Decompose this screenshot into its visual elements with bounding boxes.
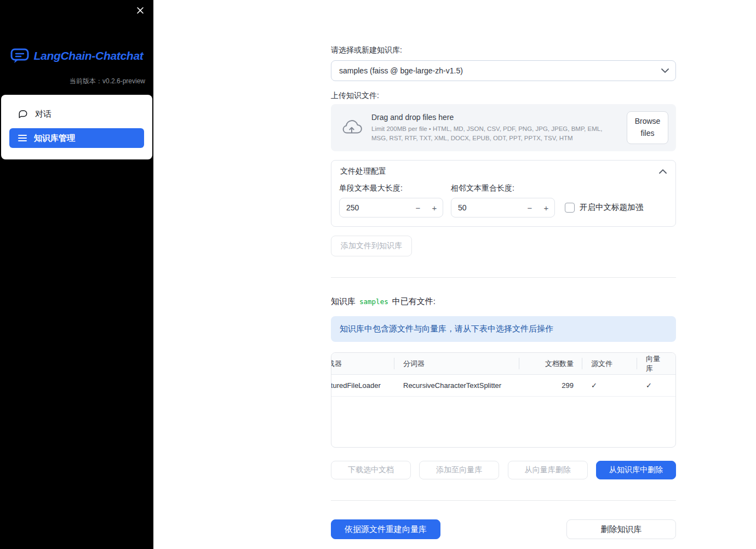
table-action-buttons: 下载选中文档 添加至向量库 从向量库删除 从知识库中删除: [331, 461, 676, 479]
file-config-expander: 文件处理配置 单段文本最大长度: 250 − + 相邻文本重合长度: 50: [331, 160, 676, 227]
heading-prefix: 知识库: [331, 296, 356, 307]
overlap-size-label: 相邻文本重合长度:: [451, 184, 555, 193]
chevron-up-icon: [659, 169, 667, 174]
kb-name-code: samples: [359, 298, 388, 306]
chunk-size-input[interactable]: 250 − +: [339, 198, 443, 218]
delete-from-vector-store-button: 从向量库删除: [508, 461, 588, 479]
chunk-increment-button[interactable]: +: [426, 198, 443, 217]
sidebar-item-knowledge-base[interactable]: 知识库管理: [9, 128, 144, 148]
list-bars-icon: [18, 134, 27, 142]
divider-bottom: [331, 500, 676, 501]
info-banner: 知识库中包含源文件与向量库，请从下表中选择文件后操作: [331, 316, 676, 342]
checkbox-unchecked-icon[interactable]: [565, 203, 575, 213]
chunk-size-group: 单段文本最大长度: 250 − +: [339, 184, 443, 218]
cell-doc-count: 299: [519, 375, 582, 396]
kb-selected-value: samples (faiss @ bge-large-zh-v1.5): [339, 66, 463, 75]
overlap-decrement-button[interactable]: −: [522, 198, 538, 217]
dropzone-limits: Limit 200MB per file • HTML, MD, JSON, C…: [371, 124, 618, 142]
cell-loader: UnstructuredFileLoader: [331, 375, 394, 396]
kb-selectbox[interactable]: samples (faiss @ bge-large-zh-v1.5): [331, 60, 676, 81]
dropzone-title: Drag and drop files here: [371, 113, 618, 122]
sidebar-item-dialogue[interactable]: 对话: [9, 104, 144, 124]
table-row[interactable]: UnstructuredFileLoader RecursiveCharacte…: [331, 375, 675, 397]
nav-item-label: 知识库管理: [34, 133, 75, 144]
overlap-size-group: 相邻文本重合长度: 50 − +: [451, 184, 555, 218]
expander-header[interactable]: 文件处理配置: [331, 161, 675, 182]
delete-from-kb-button[interactable]: 从知识库中删除: [596, 461, 676, 479]
info-banner-text: 知识库中包含源文件与向量库，请从下表中选择文件后操作: [340, 324, 553, 334]
files-table: 文档加载器 分词器 文档数量 源文件 向量库 UnstructuredFileL…: [331, 352, 676, 448]
heading-suffix: 中已有文件:: [392, 296, 436, 307]
logo-text: LangChain-Chatchat: [34, 49, 144, 62]
close-icon: [136, 7, 144, 14]
chunk-decrement-button[interactable]: −: [410, 198, 426, 217]
cell-source-check: ✓: [582, 375, 637, 396]
overlap-size-input[interactable]: 50 − +: [451, 198, 555, 218]
main-content: 请选择或新建知识库: samples (faiss @ bge-large-zh…: [331, 0, 676, 549]
chunk-size-label: 单段文本最大长度:: [339, 184, 443, 193]
rebuild-vector-store-button[interactable]: 依据源文件重建向量库: [331, 519, 440, 539]
dropzone-texts: Drag and drop files here Limit 200MB per…: [371, 113, 618, 142]
cloud-upload-icon: [341, 119, 363, 136]
add-files-to-kb-button: 添加文件到知识库: [331, 236, 412, 256]
chat-logo-icon: [10, 48, 29, 64]
browse-files-button[interactable]: Browse files: [627, 111, 668, 144]
app-logo: LangChain-Chatchat: [0, 48, 153, 64]
column-header-vector-store[interactable]: 向量库: [637, 353, 675, 374]
cell-vector-check: ✓: [637, 375, 675, 396]
zh-title-enhance-label: 开启中文标题加强: [580, 202, 643, 213]
table-header-row: 文档加载器 分词器 文档数量 源文件 向量库: [331, 353, 675, 375]
overlap-increment-button[interactable]: +: [538, 198, 554, 217]
chunk-size-value: 250: [340, 203, 410, 212]
column-header-source-file[interactable]: 源文件: [582, 353, 637, 374]
column-header-loader[interactable]: 文档加载器: [331, 353, 394, 374]
file-dropzone[interactable]: Drag and drop files here Limit 200MB per…: [331, 104, 676, 151]
chat-bubble-icon: [18, 109, 28, 119]
version-label: 当前版本：v0.2.6-preview: [0, 77, 153, 86]
zh-title-enhance-checkbox[interactable]: 开启中文标题加强: [565, 202, 643, 213]
overlap-size-value: 50: [451, 203, 522, 212]
chevron-down-icon: [661, 68, 669, 73]
download-selected-button: 下载选中文档: [331, 461, 411, 479]
sidebar: LangChain-Chatchat 当前版本：v0.2.6-preview 对…: [0, 0, 153, 549]
delete-kb-button[interactable]: 删除知识库: [566, 519, 676, 539]
existing-files-heading: 知识库 samples 中已有文件:: [331, 296, 676, 307]
add-to-vector-store-button: 添加至向量库: [419, 461, 499, 479]
upload-label: 上传知识文件:: [331, 91, 676, 101]
column-header-doc-count[interactable]: 文档数量: [519, 353, 582, 374]
sidebar-close-button[interactable]: [134, 4, 146, 16]
expander-title: 文件处理配置: [340, 167, 386, 176]
sidebar-nav: 对话 知识库管理: [1, 95, 152, 159]
nav-item-label: 对话: [35, 109, 51, 119]
cell-splitter: RecursiveCharacterTextSplitter: [394, 375, 519, 396]
expander-body: 单段文本最大长度: 250 − + 相邻文本重合长度: 50 − + 开启中文标…: [331, 182, 675, 226]
divider-top: [331, 277, 676, 278]
footer-actions: 依据源文件重建向量库 删除知识库: [331, 519, 676, 549]
column-header-splitter[interactable]: 分词器: [394, 353, 519, 374]
kb-select-label: 请选择或新建知识库:: [331, 45, 676, 55]
